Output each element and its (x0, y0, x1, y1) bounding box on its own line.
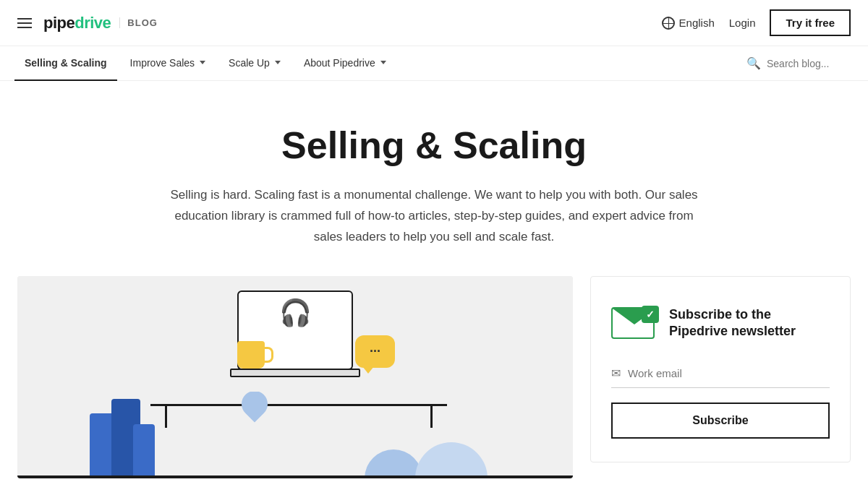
main-nav: Selling & Scaling Improve Sales Scale Up… (0, 46, 868, 81)
header-left: pipedrive BLOG (17, 14, 158, 33)
newsletter-title: Subscribe to the Pipedrive newsletter (669, 306, 830, 340)
login-button[interactable]: Login (729, 17, 756, 29)
mail-icon: ✉ (611, 366, 621, 380)
location-pin-icon (242, 392, 268, 417)
laptop-base (230, 369, 360, 377)
nav-search: 🔍 (746, 56, 854, 70)
ground-line (17, 475, 573, 478)
email-field-container: ✉ (611, 366, 830, 388)
nav-item-scale-up[interactable]: Scale Up (218, 46, 291, 81)
logo-text: pipedrive (43, 14, 111, 33)
nav-item-selling-scaling[interactable]: Selling & Scaling (14, 46, 117, 81)
hero-subtitle: Selling is hard. Scaling fast is a monum… (166, 185, 702, 248)
hero-section: Selling & Scaling Selling is hard. Scali… (109, 81, 760, 276)
newsletter-card: ✓ Subscribe to the Pipedrive newsletter … (590, 276, 851, 462)
search-input[interactable] (767, 58, 854, 69)
sidebar: ✓ Subscribe to the Pipedrive newsletter … (590, 276, 851, 478)
email-input[interactable] (628, 367, 830, 379)
coffee-cup (237, 341, 265, 369)
globe-icon (662, 17, 675, 30)
newsletter-icon: ✓ (611, 300, 658, 346)
nav-item-about-pipedrive[interactable]: About Pipedrive (294, 46, 396, 81)
building-3 (133, 424, 155, 478)
featured-card: 🎧 ··· (17, 276, 573, 478)
nav-item-improve-sales[interactable]: Improve Sales (120, 46, 216, 81)
hero-title: Selling & Scaling (123, 124, 745, 168)
language-label: English (679, 17, 715, 29)
chevron-down-icon (200, 61, 205, 64)
chevron-down-icon (275, 61, 281, 64)
search-icon: 🔍 (746, 56, 761, 70)
semi-circle-2 (415, 442, 488, 478)
chevron-down-icon (380, 61, 386, 64)
content-area: 🎧 ··· (0, 276, 868, 495)
menu-icon[interactable] (17, 18, 32, 28)
newsletter-header: ✓ Subscribe to the Pipedrive newsletter (611, 300, 830, 346)
featured-illustration: 🎧 ··· (17, 276, 573, 478)
blog-label: BLOG (119, 17, 158, 28)
city-scene (17, 392, 573, 478)
laptop-scene: 🎧 ··· (237, 290, 353, 370)
header: pipedrive BLOG English Login Try it free (0, 0, 868, 46)
semi-circle-1 (365, 449, 422, 478)
speech-bubble: ··· (355, 335, 395, 368)
subscribe-button[interactable]: Subscribe (611, 403, 830, 439)
headset-icon: 🎧 (239, 292, 352, 328)
envelope-icon: ✓ (611, 307, 655, 339)
logo-container[interactable]: pipedrive BLOG (43, 14, 158, 33)
try-free-button[interactable]: Try it free (770, 9, 851, 36)
header-right: English Login Try it free (662, 9, 851, 36)
language-selector[interactable]: English (662, 17, 715, 30)
nav-items: Selling & Scaling Improve Sales Scale Up… (14, 46, 746, 81)
check-badge-icon: ✓ (642, 306, 659, 323)
